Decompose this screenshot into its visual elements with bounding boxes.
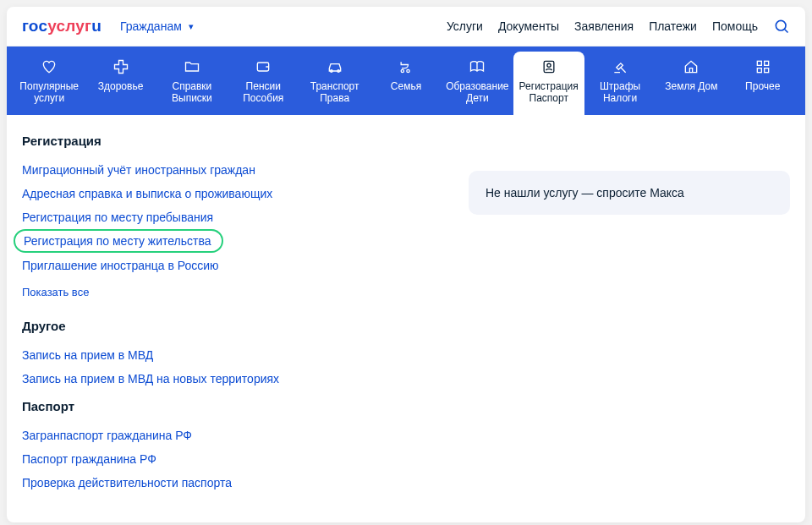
category-family[interactable]: Семья — [370, 52, 442, 115]
link-reg-stay[interactable]: Регистрация по месту пребывания — [22, 205, 213, 229]
category-references[interactable]: Справки Выписки — [156, 52, 228, 115]
category-label: Пенсии — [246, 80, 281, 92]
list-item: Регистрация по месту жительства — [22, 229, 448, 253]
category-education[interactable]: Образование Дети — [442, 52, 513, 115]
category-label: Штрафы — [600, 80, 640, 92]
link-passport-rf[interactable]: Паспорт гражданина РФ — [22, 447, 156, 471]
id-card-icon — [540, 58, 558, 75]
category-pension[interactable]: Пенсии Пособия — [228, 52, 299, 115]
list-item: Запись на прием в МВД на новых территори… — [22, 367, 448, 391]
stroller-icon — [397, 58, 415, 75]
svg-rect-11 — [757, 68, 761, 73]
list-item: Проверка действительности паспорта — [22, 471, 448, 495]
logo[interactable]: гос услуг u — [22, 17, 102, 36]
category-label-2: услуги — [34, 92, 64, 104]
show-all-link[interactable]: Показать все — [22, 286, 89, 298]
link-mvd-appointment[interactable]: Запись на прием в МВД — [22, 343, 153, 367]
category-label-2: Права — [320, 92, 349, 104]
nav-payments[interactable]: Платежи — [649, 19, 697, 33]
category-label-2: Паспорт — [529, 92, 568, 104]
category-label: Прочее — [745, 80, 780, 92]
category-registration[interactable]: Регистрация Паспорт — [513, 52, 584, 115]
car-icon — [326, 58, 344, 75]
search-icon — [773, 18, 790, 35]
svg-point-6 — [407, 69, 409, 72]
gavel-icon — [611, 58, 629, 75]
audience-selector[interactable]: Гражданам ▾ — [120, 19, 194, 33]
link-mvd-appointment-new[interactable]: Запись на прием в МВД на новых территори… — [22, 367, 279, 391]
list-item: Паспорт гражданина РФ — [22, 447, 448, 471]
category-popular[interactable]: Популярные услуги — [14, 52, 85, 115]
svg-point-0 — [776, 20, 786, 30]
logo-part-2: услуг — [47, 17, 91, 36]
registration-links: Миграционный учёт иностранных граждан Ад… — [22, 158, 448, 277]
nav-documents[interactable]: Документы — [498, 19, 559, 33]
category-label-2: Дети — [466, 92, 489, 104]
link-address-reference[interactable]: Адресная справка и выписка о проживающих — [22, 182, 272, 205]
list-item: Запись на прием в МВД — [22, 343, 448, 367]
list-item: Миграционный учёт иностранных граждан — [22, 158, 448, 182]
category-label: Справки — [172, 80, 211, 92]
category-label-2: Пособия — [243, 92, 283, 104]
grid-icon — [754, 58, 772, 75]
category-land[interactable]: Земля Дом — [656, 52, 727, 115]
category-label: Здоровье — [98, 80, 144, 92]
logo-part-1: гос — [22, 17, 47, 36]
search-button[interactable] — [773, 18, 790, 35]
content-area: Регистрация Миграционный учёт иностранны… — [7, 115, 805, 522]
svg-point-8 — [547, 63, 551, 67]
svg-rect-12 — [764, 68, 768, 73]
category-label-2 — [761, 92, 764, 104]
category-other[interactable]: Прочее — [727, 52, 798, 115]
category-label-2 — [404, 92, 407, 104]
link-reg-residence[interactable]: Регистрация по месту жительства — [24, 229, 211, 253]
category-label-2 — [690, 92, 693, 104]
sidebar-right: Не нашли услугу — спросите Макса — [469, 130, 790, 502]
top-nav: Услуги Документы Заявления Платежи Помощ… — [447, 18, 790, 35]
svg-rect-9 — [757, 61, 761, 65]
category-transport[interactable]: Транспорт Права — [299, 52, 370, 115]
svg-line-1 — [785, 30, 788, 33]
heart-icon — [40, 58, 58, 75]
svg-rect-10 — [764, 61, 768, 65]
audience-label: Гражданам — [120, 19, 182, 33]
category-label: Образование — [446, 80, 508, 92]
plus-medical-icon — [112, 58, 130, 75]
nav-applications[interactable]: Заявления — [574, 19, 634, 33]
nav-help[interactable]: Помощь — [712, 19, 758, 33]
header: гос услуг u Гражданам ▾ Услуги Документы… — [7, 7, 805, 46]
category-label: Транспорт — [310, 80, 359, 92]
category-label-2: Налоги — [603, 92, 637, 104]
logo-part-3: u — [91, 17, 102, 36]
category-label: Регистрация — [519, 80, 579, 92]
category-label: Земля Дом — [665, 80, 717, 92]
section-title-passport: Паспорт — [22, 399, 448, 413]
category-label: Популярные — [19, 80, 79, 92]
chevron-down-icon: ▾ — [189, 21, 194, 32]
link-invite-foreigner[interactable]: Приглашение иностранца в Россию — [22, 254, 219, 277]
list-item: Приглашение иностранца в Россию — [22, 254, 448, 277]
category-strip: Популярные услуги Здоровье Справки Выпис… — [7, 46, 805, 115]
nav-services[interactable]: Услуги — [447, 19, 483, 33]
folder-icon — [183, 58, 201, 75]
category-label-2 — [119, 92, 122, 104]
ask-max-card[interactable]: Не нашли услугу — спросите Макса — [469, 171, 790, 215]
wallet-icon — [254, 58, 272, 75]
list-item: Адресная справка и выписка о проживающих — [22, 182, 448, 205]
link-migration[interactable]: Миграционный учёт иностранных граждан — [22, 158, 255, 182]
passport-links: Загранпаспорт гражданина РФ Паспорт граж… — [22, 424, 448, 495]
category-health[interactable]: Здоровье — [85, 52, 156, 115]
home-icon — [682, 58, 700, 75]
section-title-registration: Регистрация — [22, 134, 448, 148]
list-item: Регистрация по месту пребывания — [22, 205, 448, 229]
book-icon — [468, 58, 486, 75]
service-list: Регистрация Миграционный учёт иностранны… — [22, 130, 448, 502]
highlight-callout: Регистрация по месту жительства — [14, 229, 223, 253]
link-foreign-passport[interactable]: Загранпаспорт гражданина РФ — [22, 424, 192, 447]
other-links: Запись на прием в МВД Запись на прием в … — [22, 343, 448, 391]
category-fines[interactable]: Штрафы Налоги — [584, 52, 656, 115]
section-title-other: Другое — [22, 319, 448, 333]
page-card: гос услуг u Гражданам ▾ Услуги Документы… — [7, 7, 805, 522]
svg-point-5 — [401, 69, 403, 72]
link-passport-validity[interactable]: Проверка действительности паспорта — [22, 471, 232, 495]
